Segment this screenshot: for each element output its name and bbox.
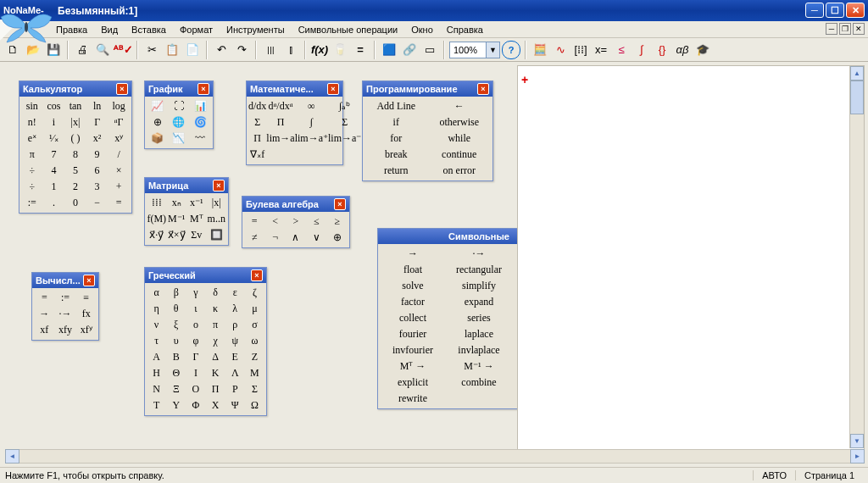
palette-cell[interactable]: i	[43, 114, 65, 130]
palette-cell[interactable]: 📈	[147, 98, 168, 114]
palette-cell[interactable]: ∫	[295, 114, 328, 130]
bool-palette-icon[interactable]: ≤	[612, 41, 631, 59]
palette-cell[interactable]: →	[34, 306, 55, 322]
palette-cell[interactable]	[446, 391, 512, 407]
palette-cell[interactable]: fourier	[380, 326, 446, 342]
matrix-palette-icon[interactable]: [⁞⁞]	[571, 41, 590, 59]
palette-cell[interactable]: rectangular	[446, 262, 512, 278]
palette-cell[interactable]: ε	[225, 285, 245, 301]
palette-cell[interactable]: Π	[248, 130, 266, 147]
palette-cell[interactable]: xfy	[55, 322, 76, 338]
palette-cell[interactable]: ∨	[306, 230, 326, 246]
palette-cell[interactable]: dⁿ/dxⁿ	[266, 98, 294, 114]
palette-cell[interactable]: return	[364, 163, 428, 179]
palette-cell[interactable]: combine	[446, 375, 512, 391]
palette-cell[interactable]: cos	[43, 98, 65, 114]
palette-cell[interactable]: xₙ	[167, 195, 187, 211]
palette-cell[interactable]: υ	[166, 333, 186, 349]
menu-symbolic[interactable]: Символьные операции	[293, 24, 403, 36]
palette-cell[interactable]: ζ	[245, 285, 264, 301]
palette-cell[interactable]: Γ	[86, 114, 108, 130]
palette-cell[interactable]: Γ	[186, 349, 205, 365]
palette-cell[interactable]: xfʸ	[75, 322, 97, 338]
palette-cell[interactable]: 2	[64, 179, 86, 195]
palette-cell[interactable]: α	[147, 285, 166, 301]
palette-cell[interactable]: M⁻¹	[167, 211, 187, 227]
palette-cell[interactable]: φ	[186, 333, 205, 349]
palette-cell[interactable]: Θ	[166, 365, 186, 381]
palette-cell[interactable]: Ω	[245, 397, 264, 414]
palette-cell[interactable]: float	[380, 262, 446, 278]
palette-cell[interactable]: explicit	[380, 375, 446, 391]
undo-icon[interactable]: ↶	[212, 41, 231, 59]
palette-cell[interactable]: =	[108, 195, 130, 211]
maximize-button[interactable]: ☐	[826, 3, 844, 18]
palette-cell[interactable]: Δ	[205, 349, 225, 365]
palette-cell[interactable]: λ	[225, 301, 245, 317]
mdi-close[interactable]: ✕	[853, 23, 865, 35]
palette-cell[interactable]: /	[108, 147, 130, 163]
palette-cell[interactable]: 🔲	[207, 227, 227, 243]
palette-cell[interactable]: Ρ	[225, 381, 245, 397]
palette-cell[interactable]: 〰	[190, 130, 211, 147]
palette-cell[interactable]: xf	[34, 322, 55, 338]
scroll-right-icon[interactable]: ►	[850, 449, 865, 464]
palette-cell[interactable]: Β	[166, 349, 186, 365]
cut-icon[interactable]: ✂	[142, 41, 161, 59]
palette-cell[interactable]: χ	[205, 333, 225, 349]
palette-cell[interactable]: collect	[380, 310, 446, 326]
palette-cell[interactable]: ·→	[55, 306, 76, 322]
palette-cell[interactable]: 3	[86, 179, 108, 195]
palette-cell[interactable]: f(M)	[147, 211, 167, 227]
palette-close-icon[interactable]: ×	[213, 180, 225, 192]
palette-cell[interactable]: →	[380, 246, 446, 262]
palette-cell[interactable]: m..n	[207, 211, 227, 227]
palette-cell[interactable]: Σ	[248, 114, 266, 130]
palette-cell[interactable]: lim→a	[266, 130, 294, 147]
paste-icon[interactable]: 📄	[183, 41, 202, 59]
palette-cell[interactable]: ·→	[446, 246, 512, 262]
palette-cell[interactable]: tan	[64, 98, 86, 114]
palette-cell[interactable]: Mᵀ →	[380, 358, 446, 375]
align-icon[interactable]: ⫼	[261, 41, 280, 59]
palette-cell[interactable]: Ν	[147, 381, 166, 397]
palette-close-icon[interactable]: ×	[251, 269, 263, 281]
palette-cell[interactable]: μ	[245, 301, 264, 317]
zoom-dropdown-icon[interactable]: ▼	[486, 42, 499, 58]
palette-cell[interactable]: ln	[86, 98, 108, 114]
calc2-palette-icon[interactable]: ∫	[632, 41, 651, 59]
palette-cell[interactable]: Mᵀ	[186, 211, 207, 227]
menu-view[interactable]: Вид	[96, 24, 123, 36]
palette-cell[interactable]: ⁿΓ	[108, 114, 130, 130]
palette-graph[interactable]: График× 📈⛶📊⊕🌐🌀📦📉〰	[144, 80, 214, 149]
palette-cell[interactable]: |x|	[64, 114, 86, 130]
palette-cell[interactable]: κ	[205, 301, 225, 317]
menu-help[interactable]: Справка	[442, 24, 488, 36]
palette-cell[interactable]: Υ	[166, 397, 186, 414]
horizontal-scrollbar[interactable]: ◄ ►	[5, 449, 865, 464]
greek-palette-icon[interactable]: αβ	[673, 41, 692, 59]
palette-cell[interactable]: ⊕	[327, 230, 348, 246]
palette-cell[interactable]: Η	[147, 365, 166, 381]
palette-cell[interactable]: Τ	[147, 397, 166, 414]
palette-cell[interactable]: Ι	[186, 365, 205, 381]
palette-cell[interactable]: γ	[186, 285, 205, 301]
palette-cell[interactable]: ¹⁄ₓ	[43, 130, 65, 147]
prog-palette-icon[interactable]: {}	[653, 41, 671, 59]
calc-palette-icon[interactable]: 🧮	[531, 41, 549, 59]
scroll-left-icon[interactable]: ◄	[5, 449, 19, 464]
copy-icon[interactable]: 📋	[163, 41, 181, 59]
palette-cell[interactable]: ←	[428, 98, 492, 114]
palette-cell[interactable]: Σ	[245, 381, 264, 397]
palette-cell[interactable]: Φ	[186, 397, 205, 414]
palette-close-icon[interactable]: ×	[334, 198, 346, 210]
palette-cell[interactable]: M⁻¹ →	[446, 358, 512, 375]
eq-icon[interactable]: =	[351, 41, 370, 59]
palette-cell[interactable]: eˣ	[21, 130, 43, 147]
palette-cell[interactable]: ρ	[225, 317, 245, 333]
palette-cell[interactable]: θ	[166, 301, 186, 317]
preview-icon[interactable]: 🔍	[93, 41, 112, 59]
palette-cell[interactable]: ( )	[64, 130, 86, 147]
help-icon[interactable]: ?	[502, 41, 520, 59]
palette-cell[interactable]: 📦	[147, 130, 168, 147]
